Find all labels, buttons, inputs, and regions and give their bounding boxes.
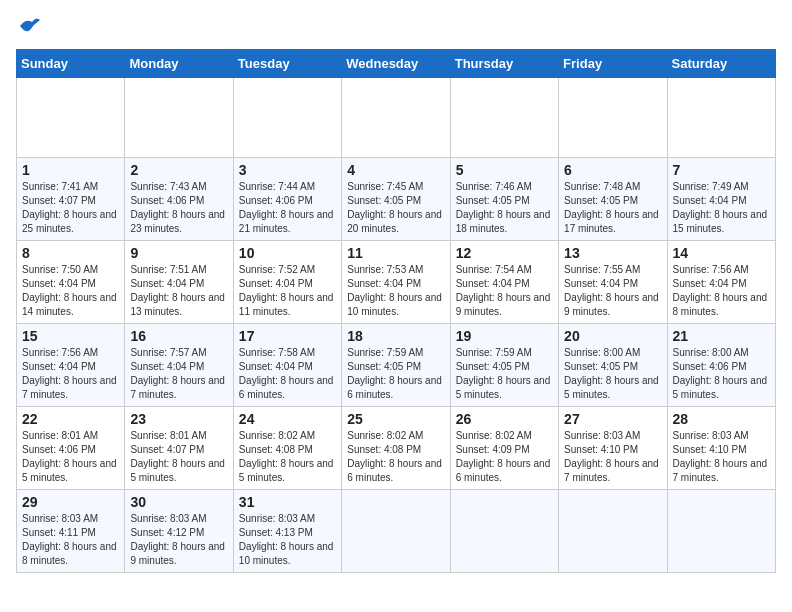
day-details: Sunrise: 7:48 AM Sunset: 4:05 PM Dayligh… xyxy=(564,180,661,236)
col-header-friday: Friday xyxy=(559,50,667,78)
calendar-cell: 12 Sunrise: 7:54 AM Sunset: 4:04 PM Dayl… xyxy=(450,241,558,324)
calendar-cell: 9 Sunrise: 7:51 AM Sunset: 4:04 PM Dayli… xyxy=(125,241,233,324)
day-details: Sunrise: 8:03 AM Sunset: 4:10 PM Dayligh… xyxy=(564,429,661,485)
calendar-week-row: 29 Sunrise: 8:03 AM Sunset: 4:11 PM Dayl… xyxy=(17,490,776,573)
calendar-cell: 29 Sunrise: 8:03 AM Sunset: 4:11 PM Dayl… xyxy=(17,490,125,573)
day-details: Sunrise: 8:03 AM Sunset: 4:12 PM Dayligh… xyxy=(130,512,227,568)
day-number: 31 xyxy=(239,494,336,510)
calendar-header-row: SundayMondayTuesdayWednesdayThursdayFrid… xyxy=(17,50,776,78)
day-details: Sunrise: 8:00 AM Sunset: 4:06 PM Dayligh… xyxy=(673,346,770,402)
calendar-week-row xyxy=(17,78,776,158)
day-number: 28 xyxy=(673,411,770,427)
day-details: Sunrise: 7:46 AM Sunset: 4:05 PM Dayligh… xyxy=(456,180,553,236)
day-number: 21 xyxy=(673,328,770,344)
day-details: Sunrise: 7:52 AM Sunset: 4:04 PM Dayligh… xyxy=(239,263,336,319)
calendar-cell: 11 Sunrise: 7:53 AM Sunset: 4:04 PM Dayl… xyxy=(342,241,450,324)
day-number: 19 xyxy=(456,328,553,344)
day-details: Sunrise: 7:59 AM Sunset: 4:05 PM Dayligh… xyxy=(456,346,553,402)
calendar-cell: 19 Sunrise: 7:59 AM Sunset: 4:05 PM Dayl… xyxy=(450,324,558,407)
day-number: 23 xyxy=(130,411,227,427)
day-number: 30 xyxy=(130,494,227,510)
day-number: 3 xyxy=(239,162,336,178)
day-number: 17 xyxy=(239,328,336,344)
day-details: Sunrise: 7:45 AM Sunset: 4:05 PM Dayligh… xyxy=(347,180,444,236)
day-number: 26 xyxy=(456,411,553,427)
calendar-cell: 17 Sunrise: 7:58 AM Sunset: 4:04 PM Dayl… xyxy=(233,324,341,407)
calendar-cell: 24 Sunrise: 8:02 AM Sunset: 4:08 PM Dayl… xyxy=(233,407,341,490)
day-details: Sunrise: 8:00 AM Sunset: 4:05 PM Dayligh… xyxy=(564,346,661,402)
calendar-week-row: 8 Sunrise: 7:50 AM Sunset: 4:04 PM Dayli… xyxy=(17,241,776,324)
day-number: 24 xyxy=(239,411,336,427)
calendar-cell: 1 Sunrise: 7:41 AM Sunset: 4:07 PM Dayli… xyxy=(17,158,125,241)
day-number: 7 xyxy=(673,162,770,178)
day-details: Sunrise: 7:59 AM Sunset: 4:05 PM Dayligh… xyxy=(347,346,444,402)
day-details: Sunrise: 7:56 AM Sunset: 4:04 PM Dayligh… xyxy=(673,263,770,319)
calendar-week-row: 1 Sunrise: 7:41 AM Sunset: 4:07 PM Dayli… xyxy=(17,158,776,241)
calendar-cell xyxy=(342,490,450,573)
calendar-cell: 5 Sunrise: 7:46 AM Sunset: 4:05 PM Dayli… xyxy=(450,158,558,241)
day-number: 27 xyxy=(564,411,661,427)
day-number: 11 xyxy=(347,245,444,261)
calendar-cell xyxy=(233,78,341,158)
calendar-table: SundayMondayTuesdayWednesdayThursdayFrid… xyxy=(16,49,776,573)
calendar-cell: 25 Sunrise: 8:02 AM Sunset: 4:08 PM Dayl… xyxy=(342,407,450,490)
col-header-thursday: Thursday xyxy=(450,50,558,78)
calendar-cell: 28 Sunrise: 8:03 AM Sunset: 4:10 PM Dayl… xyxy=(667,407,775,490)
calendar-cell: 21 Sunrise: 8:00 AM Sunset: 4:06 PM Dayl… xyxy=(667,324,775,407)
day-number: 12 xyxy=(456,245,553,261)
logo-bird-icon xyxy=(18,16,42,36)
calendar-cell: 6 Sunrise: 7:48 AM Sunset: 4:05 PM Dayli… xyxy=(559,158,667,241)
col-header-wednesday: Wednesday xyxy=(342,50,450,78)
day-details: Sunrise: 7:43 AM Sunset: 4:06 PM Dayligh… xyxy=(130,180,227,236)
day-details: Sunrise: 7:53 AM Sunset: 4:04 PM Dayligh… xyxy=(347,263,444,319)
day-number: 15 xyxy=(22,328,119,344)
calendar-cell: 16 Sunrise: 7:57 AM Sunset: 4:04 PM Dayl… xyxy=(125,324,233,407)
day-number: 29 xyxy=(22,494,119,510)
day-number: 1 xyxy=(22,162,119,178)
col-header-monday: Monday xyxy=(125,50,233,78)
day-number: 9 xyxy=(130,245,227,261)
day-details: Sunrise: 8:03 AM Sunset: 4:10 PM Dayligh… xyxy=(673,429,770,485)
day-number: 25 xyxy=(347,411,444,427)
day-number: 4 xyxy=(347,162,444,178)
day-number: 13 xyxy=(564,245,661,261)
calendar-cell xyxy=(450,490,558,573)
header xyxy=(16,16,776,41)
col-header-tuesday: Tuesday xyxy=(233,50,341,78)
day-details: Sunrise: 7:57 AM Sunset: 4:04 PM Dayligh… xyxy=(130,346,227,402)
day-details: Sunrise: 7:55 AM Sunset: 4:04 PM Dayligh… xyxy=(564,263,661,319)
calendar-cell: 10 Sunrise: 7:52 AM Sunset: 4:04 PM Dayl… xyxy=(233,241,341,324)
day-details: Sunrise: 7:56 AM Sunset: 4:04 PM Dayligh… xyxy=(22,346,119,402)
calendar-cell xyxy=(17,78,125,158)
day-details: Sunrise: 8:03 AM Sunset: 4:13 PM Dayligh… xyxy=(239,512,336,568)
calendar-cell: 15 Sunrise: 7:56 AM Sunset: 4:04 PM Dayl… xyxy=(17,324,125,407)
day-details: Sunrise: 7:54 AM Sunset: 4:04 PM Dayligh… xyxy=(456,263,553,319)
day-number: 20 xyxy=(564,328,661,344)
day-details: Sunrise: 7:51 AM Sunset: 4:04 PM Dayligh… xyxy=(130,263,227,319)
logo-text xyxy=(16,16,42,41)
calendar-cell xyxy=(342,78,450,158)
day-details: Sunrise: 8:03 AM Sunset: 4:11 PM Dayligh… xyxy=(22,512,119,568)
day-details: Sunrise: 8:01 AM Sunset: 4:06 PM Dayligh… xyxy=(22,429,119,485)
calendar-cell xyxy=(559,490,667,573)
day-details: Sunrise: 8:02 AM Sunset: 4:08 PM Dayligh… xyxy=(239,429,336,485)
day-number: 8 xyxy=(22,245,119,261)
day-number: 5 xyxy=(456,162,553,178)
calendar-cell: 30 Sunrise: 8:03 AM Sunset: 4:12 PM Dayl… xyxy=(125,490,233,573)
day-number: 16 xyxy=(130,328,227,344)
calendar-cell: 20 Sunrise: 8:00 AM Sunset: 4:05 PM Dayl… xyxy=(559,324,667,407)
col-header-saturday: Saturday xyxy=(667,50,775,78)
day-details: Sunrise: 7:50 AM Sunset: 4:04 PM Dayligh… xyxy=(22,263,119,319)
calendar-cell: 7 Sunrise: 7:49 AM Sunset: 4:04 PM Dayli… xyxy=(667,158,775,241)
calendar-cell: 31 Sunrise: 8:03 AM Sunset: 4:13 PM Dayl… xyxy=(233,490,341,573)
calendar-cell: 2 Sunrise: 7:43 AM Sunset: 4:06 PM Dayli… xyxy=(125,158,233,241)
day-details: Sunrise: 7:44 AM Sunset: 4:06 PM Dayligh… xyxy=(239,180,336,236)
calendar-cell: 18 Sunrise: 7:59 AM Sunset: 4:05 PM Dayl… xyxy=(342,324,450,407)
calendar-cell: 27 Sunrise: 8:03 AM Sunset: 4:10 PM Dayl… xyxy=(559,407,667,490)
calendar-cell: 26 Sunrise: 8:02 AM Sunset: 4:09 PM Dayl… xyxy=(450,407,558,490)
logo xyxy=(16,16,42,41)
day-details: Sunrise: 8:02 AM Sunset: 4:08 PM Dayligh… xyxy=(347,429,444,485)
calendar-cell: 8 Sunrise: 7:50 AM Sunset: 4:04 PM Dayli… xyxy=(17,241,125,324)
calendar-week-row: 15 Sunrise: 7:56 AM Sunset: 4:04 PM Dayl… xyxy=(17,324,776,407)
calendar-cell: 14 Sunrise: 7:56 AM Sunset: 4:04 PM Dayl… xyxy=(667,241,775,324)
